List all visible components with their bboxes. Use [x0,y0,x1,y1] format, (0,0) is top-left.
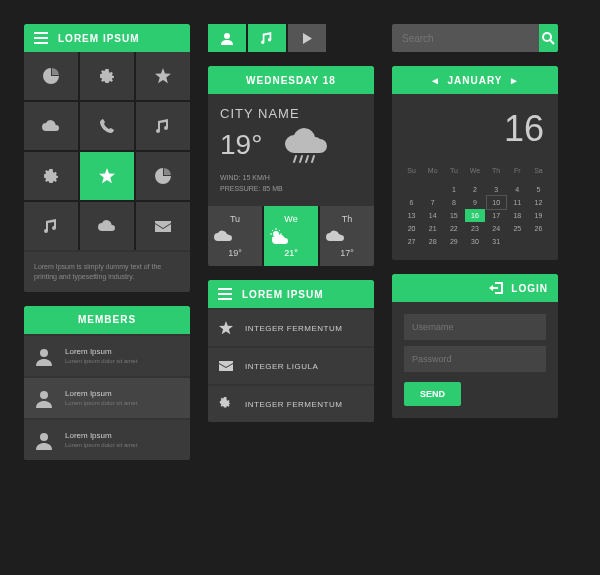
weather-icon [268,228,290,244]
list-title: LOREM IPSUM [242,289,324,300]
cal-day[interactable]: 23 [465,222,484,235]
login-header: LOGIN [392,274,558,302]
cal-day[interactable]: 16 [465,209,484,222]
tile-gear[interactable] [80,52,134,100]
cal-day[interactable]: 2 [465,183,484,196]
cal-day[interactable]: 7 [423,196,442,209]
password-field[interactable] [404,346,546,372]
cal-day[interactable]: 8 [444,196,463,209]
city-name: CITY NAME [220,106,362,121]
tile-footer-text: Lorem Ipsum is simply dummy text of the … [24,252,190,292]
cal-day[interactable]: 25 [508,222,527,235]
send-button[interactable]: SEND [404,382,461,406]
list-item-icon [219,397,233,411]
cal-day[interactable]: 14 [423,209,442,222]
cal-day[interactable]: 19 [529,209,548,222]
forecast-day[interactable]: Th17° [320,206,374,266]
cal-day[interactable]: 20 [402,222,421,235]
cal-day[interactable]: 28 [423,235,442,248]
dow-label: Sa [529,164,548,177]
rain-cloud-icon [282,125,330,165]
dow-label: Th [487,164,506,177]
tile-chart[interactable] [24,52,78,100]
dow-label: Mo [423,164,442,177]
svg-point-2 [40,433,48,441]
cal-day[interactable]: 17 [487,209,506,222]
cal-day[interactable]: 24 [487,222,506,235]
dow-label: Tu [444,164,463,177]
login-icon [489,282,503,294]
cal-day[interactable]: 15 [444,209,463,222]
weather-header: WEDNESDAY 18 [208,66,374,94]
weather-icon [212,228,234,244]
member-row[interactable]: Lorem IpsumLorem ipsum dolor sit amet [24,420,190,460]
menu-icon[interactable] [218,288,232,300]
cal-day[interactable]: 22 [444,222,463,235]
tile-gear-2[interactable] [24,152,78,200]
calendar-header: ◄ JANUARY ► [392,66,558,94]
search-input[interactable] [392,24,539,52]
svg-point-0 [40,349,48,357]
dow-label: Fr [508,164,527,177]
tile-cloud-2[interactable] [80,202,134,250]
tile-chart-2[interactable] [136,152,190,200]
tile-phone[interactable] [80,102,134,150]
cal-day [402,183,421,196]
cal-day[interactable]: 9 [465,196,484,209]
list-item[interactable]: INTEGER LIGULA [208,348,374,384]
app-header: LOREM IPSUM [24,24,190,52]
tile-music-2[interactable] [24,202,78,250]
month-label: JANUARY [448,75,503,86]
user-button[interactable] [208,24,246,52]
avatar-icon [33,387,55,409]
calendar-date: 16 [392,94,558,164]
cal-day[interactable]: 21 [423,222,442,235]
cal-day[interactable]: 11 [508,196,527,209]
cal-day[interactable]: 30 [465,235,484,248]
cal-day[interactable]: 1 [444,183,463,196]
member-row[interactable]: Lorem IpsumLorem ipsum dolor sit amet [24,336,190,376]
list-card: LOREM IPSUM INTEGER FERMENTUMINTEGER LIG… [208,280,374,422]
menu-icon[interactable] [34,32,48,44]
search-button[interactable] [539,24,558,52]
cal-day[interactable]: 26 [529,222,548,235]
list-item[interactable]: INTEGER FERMENTUM [208,310,374,346]
dow-label: Su [402,164,421,177]
cal-day [529,235,548,248]
weather-card: WEDNESDAY 18 CITY NAME 19° WIND: 15 KM/H… [208,66,374,266]
temperature: 19° [220,129,262,161]
cal-day[interactable]: 4 [508,183,527,196]
cal-day[interactable]: 31 [487,235,506,248]
cal-day[interactable]: 12 [529,196,548,209]
login-card: LOGIN SEND [392,274,558,418]
tile-cloud[interactable] [24,102,78,150]
username-field[interactable] [404,314,546,340]
cal-day[interactable]: 18 [508,209,527,222]
calendar-card: ◄ JANUARY ► 16 SuMoTuWeThFrSa12345678910… [392,66,558,260]
tile-star-active[interactable] [80,152,134,200]
pressure-stat: PRESSURE: 85 MB [220,184,362,195]
app-title: LOREM IPSUM [58,33,140,44]
next-month-icon[interactable]: ► [502,75,526,86]
tile-mail[interactable] [136,202,190,250]
list-item[interactable]: INTEGER FERMENTUM [208,386,374,422]
play-button[interactable] [288,24,326,52]
tile-music[interactable] [136,102,190,150]
cal-day[interactable]: 6 [402,196,421,209]
cal-day[interactable]: 3 [487,183,506,196]
cal-day[interactable]: 5 [529,183,548,196]
cal-day[interactable]: 10 [487,196,506,209]
music-button[interactable] [248,24,286,52]
tile-star[interactable] [136,52,190,100]
cal-day[interactable]: 29 [444,235,463,248]
member-row[interactable]: Lorem IpsumLorem ipsum dolor sit amet [24,378,190,418]
forecast-day[interactable]: Tu19° [208,206,262,266]
svg-point-5 [543,33,551,41]
prev-month-icon[interactable]: ◄ [424,75,448,86]
weather-icon [324,228,346,244]
avatar-icon [33,429,55,451]
cal-day [423,183,442,196]
forecast-day[interactable]: We21° [264,206,318,266]
cal-day[interactable]: 13 [402,209,421,222]
cal-day[interactable]: 27 [402,235,421,248]
